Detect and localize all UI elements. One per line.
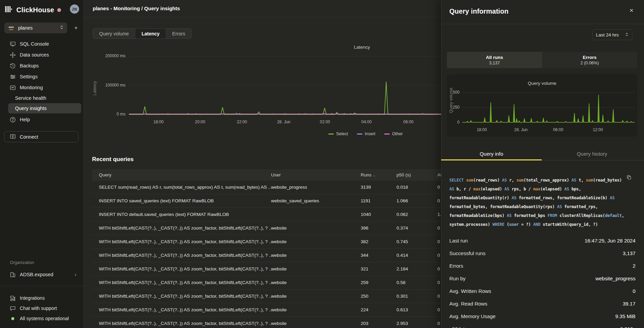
sidebar-item-label: Data sources <box>20 52 49 58</box>
add-service-button[interactable]: + <box>72 24 80 32</box>
sidebar-item-integrations[interactable]: Integrations <box>3 293 81 303</box>
stat-row: Run by website_progress <box>449 272 635 285</box>
sidebar-item-label: Settings <box>20 74 38 79</box>
organization-switcher[interactable]: ADSB.exposed › <box>3 269 81 280</box>
legend-dash <box>328 134 334 135</box>
x-tick-label: 22:00 <box>233 120 252 124</box>
legend-item-other[interactable]: Other <box>384 131 403 136</box>
latency-legend: SelectInsertOther <box>328 131 403 136</box>
legend-item-insert[interactable]: Insert <box>357 131 375 136</box>
sidebar-item-monitoring[interactable]: Monitoring <box>3 82 81 93</box>
stat-row: Avg. Memory Usage 9.35 MiB <box>449 310 635 323</box>
y-tick-label: 500 <box>422 90 460 95</box>
cell-query: WITH bitShiftLeft(CAST(?..), _CAST(?..))… <box>99 294 271 299</box>
sql-line: system.processes) WHERE (user = ?) AND s… <box>449 220 635 229</box>
cell-runs: 1040 <box>361 212 396 217</box>
notification-dot[interactable] <box>57 8 61 12</box>
legend-item-select[interactable]: Select <box>328 131 348 136</box>
stat-row: p50 latency 0.018s <box>449 323 635 328</box>
x-tick-label: 18:00 <box>149 120 168 124</box>
sidebar-item-settings[interactable]: Settings <box>3 72 81 82</box>
system-status[interactable]: All systems operational <box>3 314 81 323</box>
col-user[interactable]: User <box>271 172 361 177</box>
sidebar-item-sql-console[interactable]: SQL Console <box>3 39 81 49</box>
query-volume-chart[interactable] <box>462 86 635 126</box>
avatar[interactable]: ZN <box>70 4 79 14</box>
sidebar-item-service-health[interactable]: Service health <box>8 93 81 103</box>
volume-ylabel: Query volume <box>449 93 453 113</box>
stat-value: 3,137 <box>623 250 635 256</box>
time-range-select[interactable]: Last 24 hrs <box>592 29 632 40</box>
sidebar-divider <box>0 286 84 286</box>
cell-p50: 0.301 <box>396 294 437 299</box>
col-runs[interactable]: Runs⌄ <box>361 172 396 177</box>
sql-line: SELECT sum(read_rows) AS r, sum(total_ro… <box>449 176 635 185</box>
sql-line: formatReadableQuantity(r) AS formatted_r… <box>449 193 635 202</box>
stat-value: 16:47:25, Jun 28 2024 <box>585 238 635 244</box>
x-tick-label: 18:00 <box>472 127 491 132</box>
cell-query: WITH bitShiftLeft(CAST(?..), _CAST(?..))… <box>99 266 271 271</box>
sidebar-item-query-insights[interactable]: Query insights <box>8 103 81 113</box>
aws-icon: aws <box>8 25 15 31</box>
cell-runs: 321 <box>361 266 396 271</box>
tab-query-history[interactable]: Query history <box>542 151 642 157</box>
tab-query-info[interactable]: Query info <box>441 151 542 157</box>
cell-query: WITH bitShiftLeft(CAST(?..), _CAST(?..))… <box>99 253 271 258</box>
sidebar-item-label: SQL Console <box>20 41 49 47</box>
cell-user: website <box>271 253 361 258</box>
sort-down-icon: ⌄ <box>373 173 376 177</box>
col-query[interactable]: Query <box>99 172 271 177</box>
stat-row: Last run 16:47:25, Jun 28 2024 <box>449 234 635 247</box>
organization-section-label: Organization <box>10 260 34 265</box>
stat-value: 9.35 MiB <box>615 313 635 319</box>
cell-user: website <box>271 294 361 299</box>
connect-button[interactable]: Connect <box>4 131 78 142</box>
tab-query-volume[interactable]: Query volume <box>93 29 135 38</box>
stat-label: Successful runs <box>449 250 485 256</box>
cell-p50: 0.414 <box>396 253 437 258</box>
tab-latency[interactable]: Latency <box>135 29 166 38</box>
cell-runs: 3139 <box>361 185 396 190</box>
stat-row: Successful runs 3,137 <box>449 247 635 260</box>
query-stats-list: Last run 16:47:25, Jun 28 2024 Successfu… <box>449 234 635 328</box>
sidebar-item-help[interactable]: Help <box>3 114 81 125</box>
stat-value: website_progress <box>595 276 635 281</box>
sql-line: AS b, r / max(elapsed) AS rps, b / max(e… <box>449 185 635 193</box>
sidebar-item-backups[interactable]: Backups <box>3 61 81 71</box>
panel-title: Query information <box>449 7 508 15</box>
workspace-select[interactable]: aws planes <box>4 22 67 33</box>
sidebar-item-chat-support[interactable]: Chat with support <box>3 303 81 313</box>
y-tick-label: 250 <box>422 105 460 110</box>
x-tick-label: 02:00 <box>315 120 334 124</box>
building-icon <box>10 271 16 278</box>
brand-name: ClickHouse <box>16 6 54 14</box>
toggle-errors[interactable]: Errors 2 (0.06%) <box>542 52 637 68</box>
copy-icon[interactable] <box>627 175 631 181</box>
cell-p50: 2.953 <box>396 321 437 326</box>
monitoring-icon <box>10 84 16 91</box>
close-icon[interactable]: ✕ <box>629 7 634 14</box>
toggle-all-runs[interactable]: All runs 3,137 <box>447 52 542 68</box>
tab-errors[interactable]: Errors <box>166 29 191 38</box>
cell-user: website <box>271 266 361 271</box>
x-tick-label: 06:00 <box>399 120 418 124</box>
cell-p50: 0.613 <box>396 307 437 312</box>
latency-chart[interactable] <box>129 48 441 124</box>
sidebar-item-data-sources[interactable]: Data sources <box>3 50 81 60</box>
sql-code-block[interactable]: SELECT sum(read_rows) AS r, sum(total_ro… <box>449 176 635 229</box>
x-tick-label: 28. Jun <box>511 127 530 132</box>
col-p50[interactable]: p50 (s) <box>396 172 437 177</box>
cell-query: WITH bitShiftLeft(CAST(?..), _CAST(?..))… <box>99 280 271 285</box>
cell-user: website <box>271 239 361 244</box>
cell-runs: 250 <box>361 294 396 299</box>
brand: ClickHouse <box>5 5 54 15</box>
integrations-icon <box>10 295 16 301</box>
footer-item-label: All systems operational <box>20 316 69 321</box>
stat-row: Avg. Read Rows 39.17 <box>449 297 635 310</box>
legend-dash <box>384 134 390 135</box>
cell-query: WITH bitShiftLeft(CAST(?..), _CAST(?..))… <box>99 225 271 231</box>
legend-label: Other <box>392 131 403 136</box>
stat-label: Last run <box>449 238 468 244</box>
sliders-icon <box>10 74 16 80</box>
chevron-right-icon: › <box>75 272 76 277</box>
